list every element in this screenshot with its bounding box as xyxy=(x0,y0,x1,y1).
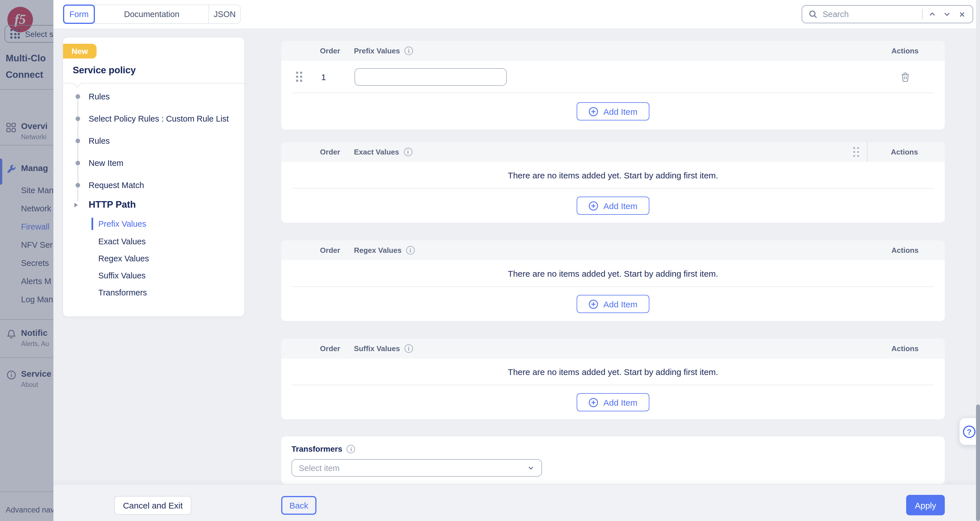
delete-row-icon[interactable] xyxy=(900,71,910,82)
add-item-label: Add Item xyxy=(603,397,638,407)
suffix-values-column-header: Suffix Values xyxy=(354,344,400,353)
wizard-step-rules-2[interactable]: Rules xyxy=(89,136,110,145)
add-item-button[interactable]: Add Item xyxy=(577,393,649,411)
sidebar-item-alerts-management[interactable]: Alerts M xyxy=(21,277,51,286)
order-column-header: Order xyxy=(313,148,347,156)
search-input[interactable] xyxy=(822,10,918,19)
info-icon[interactable]: i xyxy=(404,148,412,156)
empty-state-text: There are no items added yet. Start by a… xyxy=(281,162,945,188)
divider xyxy=(0,89,53,90)
info-icon[interactable]: i xyxy=(404,344,413,353)
divider xyxy=(63,83,244,83)
substep-regex-values[interactable]: Regex Values xyxy=(98,254,149,263)
divider xyxy=(0,319,53,320)
regex-values-card: Order Regex Values i Actions There are n… xyxy=(281,241,945,321)
back-button[interactable]: Back xyxy=(281,496,317,515)
exact-values-card: Order Exact Values i Actions There are n… xyxy=(281,142,945,223)
transformers-card: Transformersi Select item xyxy=(281,437,945,484)
active-section-indicator xyxy=(0,159,2,185)
select-workspace-label: Select s xyxy=(25,29,53,38)
exact-values-header: Order Exact Values i Actions xyxy=(281,142,945,162)
divider xyxy=(0,145,53,145)
sidebar-item-nfv-services[interactable]: NFV Ser xyxy=(21,241,52,249)
step-dot xyxy=(76,94,80,99)
page-scrollbar[interactable] xyxy=(976,0,980,521)
prefix-values-header: Order Prefix Values i Actions xyxy=(281,41,945,61)
step-dot xyxy=(76,139,80,143)
empty-state-text: There are no items added yet. Start by a… xyxy=(281,260,945,286)
select-workspace-button[interactable]: Select s xyxy=(5,25,53,43)
divider xyxy=(922,9,923,19)
info-icon[interactable]: i xyxy=(404,46,413,55)
add-item-label: Add Item xyxy=(603,299,638,309)
sidebar-item-firewall[interactable]: Firewall xyxy=(21,222,49,231)
modal-body: New Service policy Rules Select Policy R… xyxy=(53,29,980,521)
product-title: Multi-Clo Connect xyxy=(6,50,46,83)
drag-handle-icon[interactable] xyxy=(296,72,302,82)
add-item-button[interactable]: Add Item xyxy=(577,197,649,215)
search-icon xyxy=(808,9,818,19)
wizard-step-select-policy-rules[interactable]: Select Policy Rules : Custom Rule List xyxy=(89,114,229,123)
transformers-label: Transformersi xyxy=(291,444,355,453)
overview-grid-icon xyxy=(6,123,16,135)
suffix-values-header: Order Suffix Values i Actions xyxy=(281,339,945,358)
wizard-step-rules-1[interactable]: Rules xyxy=(89,92,110,101)
wrench-icon xyxy=(6,164,16,177)
transformers-select[interactable]: Select item xyxy=(291,459,542,477)
exact-values-column-header: Exact Values xyxy=(354,148,399,156)
info-icon[interactable]: i xyxy=(406,246,415,255)
tab-form[interactable]: Form xyxy=(63,5,95,24)
substep-exact-values[interactable]: Exact Values xyxy=(98,237,146,246)
prefix-values-card: Order Prefix Values i Actions 1 xyxy=(281,41,945,129)
app-root: f5 Select s Multi-Clo Connect Overvi Net… xyxy=(0,0,980,521)
empty-state-text: There are no items added yet. Start by a… xyxy=(281,358,945,385)
prefix-values-column-header: Prefix Values xyxy=(354,46,400,55)
cancel-and-exit-button[interactable]: Cancel and Exit xyxy=(114,496,191,515)
wizard-title: Service policy xyxy=(73,65,136,76)
scrollbar-thumb[interactable] xyxy=(976,405,980,521)
question-mark-icon: ? xyxy=(963,425,975,438)
prefix-value-input[interactable] xyxy=(354,68,506,86)
sidebar-item-networking[interactable]: Network xyxy=(21,204,51,213)
advanced-nav-toggle[interactable]: Advanced nav xyxy=(6,506,53,514)
tab-documentation[interactable]: Documentation xyxy=(94,5,209,24)
new-badge: New xyxy=(63,44,97,59)
search-box xyxy=(802,5,973,23)
order-column-header: Order xyxy=(313,246,347,255)
wizard-group-http-path[interactable]: HTTP Path xyxy=(89,199,136,210)
info-icon[interactable]: i xyxy=(347,445,355,453)
divider xyxy=(0,491,53,492)
actions-column-header: Actions xyxy=(867,148,941,156)
substep-suffix-values[interactable]: Suffix Values xyxy=(98,271,146,280)
wizard-step-request-match[interactable]: Request Match xyxy=(89,181,144,190)
substep-transformers[interactable]: Transformers xyxy=(98,288,147,297)
info-circle-icon xyxy=(6,370,16,382)
active-substep-indicator xyxy=(91,218,93,230)
step-dot xyxy=(76,161,80,165)
close-icon[interactable] xyxy=(957,9,967,19)
wizard-panel: New Service policy Rules Select Policy R… xyxy=(63,38,244,317)
sidebar-item-log-management[interactable]: Log Man xyxy=(21,295,53,304)
substep-prefix-values[interactable]: Prefix Values xyxy=(98,219,146,228)
sidebar-item-site-management[interactable]: Site Man xyxy=(21,186,53,195)
wizard-step-new-item[interactable]: New Item xyxy=(89,159,124,167)
add-item-button[interactable]: Add Item xyxy=(577,102,649,120)
actions-column-header: Actions xyxy=(871,246,939,255)
add-item-button[interactable]: Add Item xyxy=(577,295,649,313)
tab-json[interactable]: JSON xyxy=(208,5,241,24)
chevron-down-icon[interactable] xyxy=(942,9,952,19)
apply-button[interactable]: Apply xyxy=(906,495,945,515)
regex-values-column-header: Regex Values xyxy=(354,246,402,255)
table-row: 1 xyxy=(281,61,945,92)
drag-handle-icon[interactable] xyxy=(853,147,859,157)
suffix-values-card: Order Suffix Values i Actions There are … xyxy=(281,339,945,419)
modal-footer: Cancel and Exit Back Apply xyxy=(53,484,980,521)
collapse-notch-icon[interactable] xyxy=(73,80,81,88)
product-sidebar: f5 Select s Multi-Clo Connect Overvi Net… xyxy=(0,0,53,521)
sidebar-item-secrets[interactable]: Secrets xyxy=(21,258,49,268)
service-policy-modal: Form Documentation JSON xyxy=(53,0,980,521)
step-dot xyxy=(76,116,80,121)
regex-values-header: Order Regex Values i Actions xyxy=(281,241,945,260)
add-item-label: Add Item xyxy=(603,107,638,116)
chevron-up-icon[interactable] xyxy=(927,9,937,19)
